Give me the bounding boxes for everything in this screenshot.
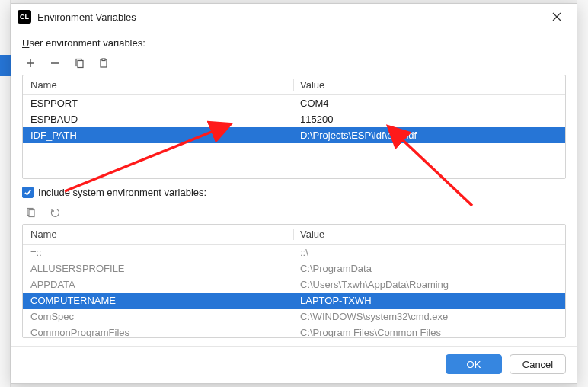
column-header-name[interactable]: Name [23,79,294,91]
cell-value[interactable]: LAPTOP-TXWH [294,295,565,306]
column-header-value[interactable]: Value [294,229,565,240]
ok-button[interactable]: OK [446,354,502,374]
close-icon [552,12,561,21]
undo-icon [50,207,60,218]
dialog-button-bar: OK Cancel [11,346,577,383]
copy-button-sys[interactable] [24,206,37,219]
add-button[interactable] [24,56,37,70]
cell-value[interactable]: C:\Program Files\Common Files [294,327,565,337]
cell-name[interactable]: APPDATA [23,279,294,290]
minus-icon [50,58,60,69]
cell-name[interactable]: IDF_PATH [23,130,294,141]
svg-rect-8 [102,59,105,61]
column-header-value[interactable]: Value [294,79,565,91]
table-row[interactable]: ComSpecC:\WINDOWS\system32\cmd.exe [23,309,565,325]
paste-button[interactable] [97,56,110,70]
table-row[interactable]: ESPPORTCOM4 [23,95,565,111]
column-header-name[interactable]: Name [23,229,294,240]
system-toolbar [22,203,566,224]
table-row[interactable]: IDF_PATHD:\Projects\ESP\idf\esp-idf [23,127,565,143]
cell-value[interactable]: D:\Projects\ESP\idf\esp-idf [294,130,565,141]
svg-rect-6 [78,61,83,68]
table-row[interactable]: ESPBAUD115200 [23,111,565,127]
cell-value[interactable]: C:\WINDOWS\system32\cmd.exe [294,311,565,322]
cell-name[interactable]: CommonProgramFiles [23,327,294,337]
cell-value[interactable]: C:\ProgramData [294,263,565,274]
user-table-header: Name Value [23,75,565,95]
cell-value[interactable]: 115200 [294,114,565,125]
copy-icon [25,207,36,218]
environment-variables-dialog: CL Environment Variables User environmen… [11,3,577,384]
remove-button[interactable] [48,56,62,70]
cell-name[interactable]: COMPUTERNAME [23,295,294,306]
include-system-row[interactable]: Include system environment variables: [22,187,566,198]
system-table-header: Name Value [23,225,565,245]
cell-name[interactable]: =:: [23,247,294,258]
table-row[interactable]: CommonProgramFilesC:\Program Files\Commo… [23,325,565,337]
include-system-label: Include system environment variables: [38,187,206,198]
user-vars-label: User environment variables: [22,37,566,49]
cell-name[interactable]: ESPBAUD [23,114,294,125]
window-title: Environment Variables [37,11,542,23]
cell-name[interactable]: ALLUSERSPROFILE [23,263,294,274]
user-vars-table[interactable]: Name Value ESPPORTCOM4ESPBAUD115200IDF_P… [22,75,566,179]
user-table-body[interactable]: ESPPORTCOM4ESPBAUD115200IDF_PATHD:\Proje… [23,95,565,178]
svg-rect-10 [29,210,34,217]
cell-value[interactable]: ::\ [294,247,565,258]
user-toolbar [22,53,566,75]
copy-button[interactable] [72,56,86,70]
cell-name[interactable]: ESPPORT [23,98,294,109]
paste-icon [98,58,109,69]
cell-value[interactable]: COM4 [294,98,565,109]
include-system-checkbox[interactable] [22,187,34,198]
close-button[interactable] [542,6,572,27]
table-row[interactable]: APPDATAC:\Users\Txwh\AppData\Roaming [23,277,565,293]
check-icon [24,188,32,197]
table-row[interactable]: =::::\ [23,245,565,261]
titlebar: CL Environment Variables [11,4,577,30]
table-row[interactable]: COMPUTERNAMELAPTOP-TXWH [23,293,565,309]
table-row[interactable]: ALLUSERSPROFILEC:\ProgramData [23,261,565,277]
plus-icon [25,58,36,69]
cell-value[interactable]: C:\Users\Txwh\AppData\Roaming [294,279,565,290]
cancel-button[interactable]: Cancel [510,354,566,374]
system-vars-table[interactable]: Name Value =::::\ALLUSERSPROFILEC:\Progr… [22,224,566,338]
revert-button[interactable] [48,206,62,219]
copy-icon [74,58,85,69]
system-table-body[interactable]: =::::\ALLUSERSPROFILEC:\ProgramDataAPPDA… [23,245,565,337]
cell-name[interactable]: ComSpec [23,311,294,322]
app-icon: CL [18,10,31,24]
